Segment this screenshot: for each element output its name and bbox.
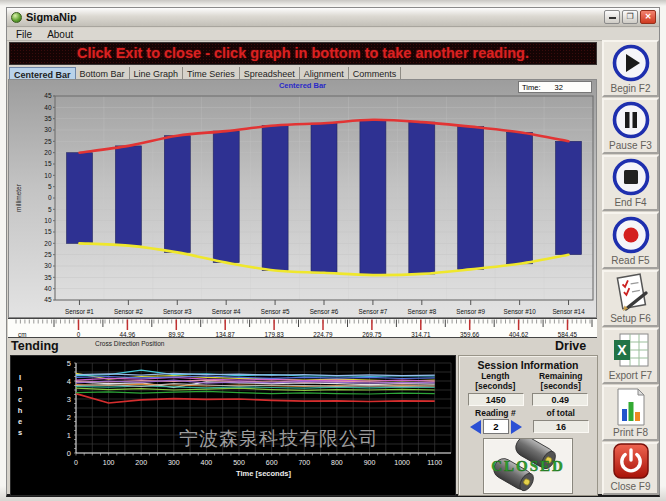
svg-text:900: 900 — [364, 459, 376, 466]
play-icon — [611, 42, 651, 83]
trend-graph-plot: 0100200300400500600700800900100011000123… — [11, 356, 455, 499]
reading-next-icon[interactable] — [511, 420, 522, 434]
svg-text:millimeter: millimeter — [15, 183, 22, 212]
minimize-icon — [609, 11, 616, 19]
export-f7-button[interactable]: XExport F7 — [602, 328, 659, 384]
total-value: 16 — [533, 420, 589, 433]
bar-2 — [164, 136, 190, 253]
svg-text:Sensor #10: Sensor #10 — [504, 308, 537, 315]
excel-icon: X — [612, 330, 650, 370]
nip-status-text: CLOSED — [491, 458, 565, 474]
svg-text:40: 40 — [44, 285, 52, 292]
svg-text:0: 0 — [48, 194, 52, 201]
drive-label: Drive — [555, 339, 586, 353]
remaining-value: 0.49 — [532, 393, 588, 406]
svg-text:584.45: 584.45 — [558, 331, 578, 338]
app-window: SigmaNip ❐ ✕ File About Click Exit to cl… — [6, 7, 660, 497]
svg-text:Sensor #4: Sensor #4 — [212, 308, 241, 315]
svg-text:20: 20 — [44, 149, 52, 156]
svg-text:15: 15 — [44, 160, 52, 167]
svg-text:I: I — [19, 373, 21, 382]
svg-text:300: 300 — [168, 459, 180, 466]
bar-10 — [556, 141, 582, 254]
bar-0 — [67, 153, 93, 244]
close-f9-button[interactable]: Close F9 — [602, 442, 659, 495]
session-info-panel: Session Information Length[seconds] Rema… — [458, 355, 598, 496]
bar-4 — [262, 126, 288, 271]
svg-text:100: 100 — [103, 459, 115, 466]
cross-direction-label: Cross Direction Position — [95, 340, 164, 347]
action-button-label: Read F5 — [611, 255, 649, 266]
svg-text:1000: 1000 — [394, 459, 410, 466]
nip-status-image: CLOSED — [483, 438, 573, 494]
menu-bar: File About — [7, 28, 659, 41]
reading-prev-icon[interactable] — [470, 420, 481, 434]
remaining-header: Remaining[seconds] — [532, 372, 590, 392]
svg-text:45: 45 — [44, 296, 52, 303]
action-button-label: Export F7 — [609, 370, 652, 381]
restore-button[interactable]: ❐ — [622, 10, 638, 24]
pause-icon — [611, 100, 651, 140]
action-button-label: Setup F6 — [610, 313, 651, 324]
reading-value[interactable]: 2 — [483, 419, 509, 434]
total-label: of total — [532, 409, 590, 419]
svg-text:Sensor #7: Sensor #7 — [359, 308, 388, 315]
bar-3 — [213, 131, 239, 263]
svg-text:0: 0 — [74, 459, 78, 466]
svg-text:404.62: 404.62 — [509, 331, 529, 338]
svg-text:800: 800 — [331, 459, 343, 466]
svg-text:600: 600 — [266, 459, 278, 466]
svg-text:44.96: 44.96 — [120, 331, 136, 338]
svg-text:134.87: 134.87 — [216, 331, 236, 338]
svg-text:30: 30 — [44, 262, 52, 269]
reading-label: Reading # — [466, 409, 524, 419]
svg-text:10: 10 — [44, 217, 52, 224]
svg-text:X: X — [617, 342, 627, 358]
screen: SigmaNip ❐ ✕ File About Click Exit to cl… — [0, 0, 666, 501]
bar-9 — [507, 132, 533, 263]
action-button-label: Begin F2 — [610, 83, 650, 94]
record-icon — [611, 214, 651, 255]
svg-text:1: 1 — [67, 431, 71, 440]
bar-8 — [458, 127, 484, 270]
action-button-label: Pause F3 — [609, 140, 652, 151]
setup-f6-button[interactable]: Setup F6 — [602, 270, 659, 327]
svg-text:179.83: 179.83 — [264, 331, 284, 338]
svg-text:cm: cm — [18, 331, 26, 338]
svg-text:0: 0 — [77, 331, 81, 338]
svg-text:Sensor #14: Sensor #14 — [552, 308, 585, 315]
minimize-button[interactable] — [604, 10, 620, 24]
svg-text:n: n — [18, 384, 23, 393]
read-f5-button[interactable]: Read F5 — [602, 212, 659, 269]
end-f4-button[interactable]: End F4 — [602, 155, 659, 211]
trend-graph[interactable]: 0100200300400500600700800900100011000123… — [10, 355, 456, 496]
svg-text:1100: 1100 — [427, 459, 442, 466]
svg-text:Sensor #8: Sensor #8 — [407, 308, 436, 315]
app-icon — [11, 12, 22, 23]
tending-label: Tending — [11, 339, 59, 353]
svg-text:s: s — [18, 428, 22, 437]
svg-text:269.75: 269.75 — [362, 331, 382, 338]
length-header: Length[seconds] — [466, 372, 524, 392]
action-button-label: End F4 — [614, 197, 646, 208]
menu-file[interactable]: File — [16, 29, 32, 40]
stop-icon — [611, 157, 651, 197]
svg-text:30: 30 — [44, 126, 52, 133]
print-f8-button[interactable]: Print F8 — [602, 385, 659, 441]
window-title: SigmaNip — [26, 11, 77, 23]
title-bar: SigmaNip ❐ ✕ — [7, 8, 659, 27]
pause-f3-button[interactable]: Pause F3 — [602, 98, 659, 154]
restore-icon: ❐ — [626, 12, 633, 21]
svg-text:h: h — [18, 406, 23, 415]
svg-text:500: 500 — [233, 459, 245, 466]
svg-text:25: 25 — [44, 251, 52, 258]
svg-text:359.66: 359.66 — [460, 331, 480, 338]
svg-text:Sensor #6: Sensor #6 — [310, 308, 339, 315]
close-button[interactable]: ✕ — [640, 10, 656, 24]
bar-6 — [360, 120, 386, 275]
centered-bar-chart-panel: Centered Bar Time: 32 454035302520151050… — [8, 79, 597, 318]
action-button-label: Print F8 — [613, 427, 648, 438]
message-banner: Click Exit to close - click graph in bot… — [9, 42, 597, 65]
menu-about[interactable]: About — [47, 29, 73, 40]
begin-f2-button[interactable]: Begin F2 — [602, 40, 659, 97]
